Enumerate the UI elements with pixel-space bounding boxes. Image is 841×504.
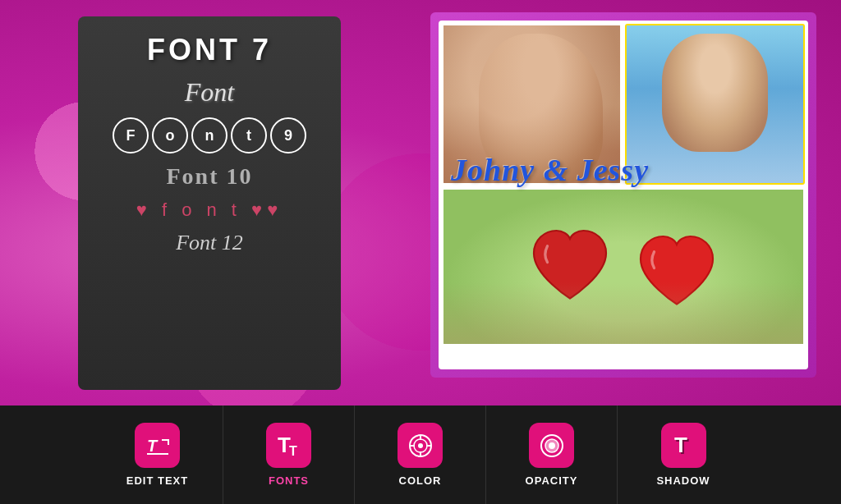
font-item-12[interactable]: Font 12 [86,231,333,255]
font-script-label: Font [185,77,234,107]
name-overlay: Johny & Jessy [447,152,800,188]
edit-text-label: EDIT TEXT [126,474,188,487]
font7-label: FONT 7 [147,33,272,66]
toolbar-color[interactable]: COLOR [355,405,486,504]
circle-o: o [152,117,188,153]
photo-collage: Johny & Jessy [430,12,816,378]
font-hearts-label: ♥ f o n t ♥♥ [136,199,283,220]
color-icon [398,423,443,468]
shadow-label: SHADOW [656,474,710,487]
hands-area [443,282,803,344]
color-label: COLOR [399,474,442,487]
opacity-icon [529,423,574,468]
circle-9: 9 [270,117,306,153]
collage-frame: Johny & Jessy [430,12,816,378]
font10-label: Font 10 [167,163,253,189]
font12-label: Font 12 [176,231,243,254]
fonts-icon: T T [266,423,311,468]
couple-name: Johny & Jessy [451,153,649,187]
svg-text:T: T [289,444,297,458]
font-item-11[interactable]: ♥ f o n t ♥♥ [86,199,333,221]
toolbar-shadow[interactable]: T T SHADOW [618,405,749,504]
svg-point-6 [418,443,423,448]
svg-point-13 [549,442,555,449]
collage-inner: Johny & Jessy [439,21,808,369]
font-item-9[interactable]: F o n t 9 [86,117,333,153]
circle-f: F [113,117,149,153]
shadow-icon: T T [661,423,706,468]
svg-text:T: T [674,433,687,457]
heart-photo-inner [442,188,805,346]
font-panel: FONT 7 Font F o n t 9 Font 10 ♥ f o n t … [78,16,341,390]
opacity-label: OPACITY [526,474,578,487]
bottom-toolbar: T EDIT TEXT T T FONTS [0,405,841,504]
svg-text:T: T [147,437,159,455]
circle-n: n [191,117,227,153]
edit-text-icon: T [135,423,180,468]
fonts-label: FONTS [269,474,309,487]
toolbar-fonts[interactable]: T T FONTS [223,405,355,504]
font-item-10[interactable]: Font 10 [86,163,333,190]
toolbar-opacity[interactable]: OPACITY [486,405,618,504]
circle-t: t [231,117,267,153]
toolbar-edit-text[interactable]: T EDIT TEXT [92,405,223,504]
font-item-script[interactable]: Font [86,77,333,108]
bottom-heart-photo [439,188,808,349]
font-item-7[interactable]: FONT 7 [86,33,333,67]
